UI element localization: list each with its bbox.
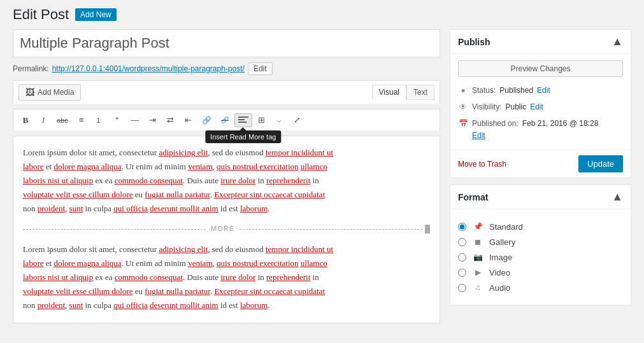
publish-metabox-header[interactable]: Publish ▲: [450, 30, 631, 54]
format-option-video: ▶ Video: [458, 265, 623, 280]
visibility-label: Visibility:: [472, 102, 501, 111]
post-title-input[interactable]: [13, 29, 440, 57]
media-toolbar: 🖼 Add Media Visual Text: [13, 80, 440, 104]
standard-icon: 📌: [471, 221, 484, 232]
unordered-list-button[interactable]: ≡: [73, 113, 90, 127]
calendar-icon: 📅: [458, 118, 468, 129]
format-metabox: Format ▲ 📌 Standard: [450, 185, 631, 305]
read-more-divider: MORE: [23, 223, 430, 235]
sidebar: Publish ▲ Preview Changes ● Status: Publ…: [450, 29, 631, 323]
status-icon: ●: [458, 85, 468, 95]
published-value: Feb 21, 2016 @ 18:28: [522, 119, 599, 128]
format-option-gallery: ◼ Gallery: [458, 234, 623, 249]
publish-metabox-body: Preview Changes ● Status: Published Edit…: [450, 54, 631, 146]
editor-area: Permalink: http://127.0.0.1:4001/wordpre…: [13, 29, 440, 323]
page-title: Edit Post: [13, 6, 69, 23]
publish-metabox-title: Publish: [458, 37, 490, 47]
permalink-url[interactable]: http://127.0.0.1:4001/wordpress/multiple…: [52, 64, 245, 73]
format-video-radio[interactable]: [458, 269, 466, 277]
format-toolbar: B I abc ≡ 1. “ — ⇥ ⇄ ⇤ 🔗 🔗: [13, 109, 440, 130]
format-audio-label[interactable]: ♫ Audio: [458, 283, 510, 293]
update-button[interactable]: Update: [578, 155, 623, 172]
editor-content[interactable]: Lorem ipsum dolor sit amet, consectetur …: [13, 136, 440, 323]
format-video-text: Video: [489, 268, 510, 277]
format-standard-label[interactable]: 📌 Standard: [458, 221, 523, 232]
read-more-label: MORE: [206, 223, 240, 235]
align-left-button[interactable]: ⇥: [145, 113, 161, 127]
table-button[interactable]: ⊞: [254, 113, 270, 127]
visual-tab[interactable]: Visual: [372, 85, 406, 100]
read-more-end-marker: [425, 225, 430, 234]
published-label: Published on:: [472, 119, 519, 128]
status-edit-link[interactable]: Edit: [537, 86, 550, 95]
status-row: ● Status: Published Edit: [458, 82, 623, 99]
published-on-row: 📅 Published on: Feb 21, 2016 @ 18:28: [458, 115, 623, 132]
permalink-bar: Permalink: http://127.0.0.1:4001/wordpre…: [13, 62, 440, 75]
visibility-icon: 👁: [458, 102, 468, 112]
permalink-edit-button[interactable]: Edit: [248, 62, 273, 75]
add-media-icon: 🖼: [25, 87, 34, 97]
unlink-button[interactable]: 🔗: [217, 114, 233, 126]
format-gallery-radio[interactable]: [458, 238, 466, 246]
svg-rect-2: [238, 122, 247, 123]
published-edit-link[interactable]: Edit: [472, 131, 485, 140]
format-gallery-label[interactable]: ◼ Gallery: [458, 237, 515, 247]
format-gallery-text: Gallery: [489, 237, 515, 247]
text-tab[interactable]: Text: [406, 85, 434, 100]
format-video-label[interactable]: ▶ Video: [458, 267, 510, 277]
view-tabs: Visual Text: [372, 85, 434, 100]
add-media-button[interactable]: 🖼 Add Media: [18, 84, 81, 101]
status-label: Status:: [472, 86, 496, 95]
read-more-btn-wrap: Insert Read More tag: [234, 113, 252, 127]
link-button[interactable]: 🔗: [198, 113, 215, 127]
move-to-trash-link[interactable]: Move to Trash: [458, 160, 506, 169]
format-option-standard: 📌 Standard: [458, 219, 623, 234]
read-more-tooltip: Insert Read More tag: [205, 130, 281, 143]
align-center-button[interactable]: ⇄: [162, 113, 179, 127]
blockquote-button[interactable]: “: [109, 112, 125, 128]
format-image-text: Image: [489, 253, 512, 262]
content-paragraph-2: Lorem ipsum dolor sit amet, consectetur …: [23, 242, 430, 312]
format-standard-text: Standard: [489, 222, 523, 232]
format-metabox-toggle[interactable]: ▲: [612, 190, 623, 204]
publish-metabox: Publish ▲ Preview Changes ● Status: Publ…: [450, 29, 631, 178]
status-value: Published: [499, 86, 533, 95]
bold-button[interactable]: B: [17, 113, 34, 128]
read-more-line-right: [240, 229, 422, 230]
format-audio-text: Audio: [489, 283, 510, 293]
svg-rect-1: [238, 119, 245, 120]
italic-button[interactable]: I: [35, 113, 52, 128]
format-image-radio[interactable]: [458, 253, 466, 262]
publish-actions: Move to Trash Update: [450, 150, 631, 178]
audio-icon: ♫: [471, 283, 484, 293]
format-option-image: 📷 Image: [458, 249, 623, 265]
ordered-list-button[interactable]: 1.: [91, 114, 108, 127]
format-audio-radio[interactable]: [458, 284, 466, 292]
visibility-value: Public: [505, 102, 526, 111]
fullscreen-button[interactable]: ⤢: [289, 113, 306, 127]
format-list: 📌 Standard ◼ Gallery: [458, 216, 623, 298]
visibility-edit-link[interactable]: Edit: [530, 102, 543, 111]
add-new-button[interactable]: Add New: [75, 8, 117, 21]
format-standard-radio[interactable]: [458, 223, 466, 231]
horizontal-rule-button[interactable]: —: [127, 113, 143, 127]
format-image-label[interactable]: 📷 Image: [458, 252, 512, 262]
format-option-audio: ♫ Audio: [458, 280, 623, 295]
publish-metabox-toggle[interactable]: ▲: [612, 35, 623, 48]
format-metabox-header[interactable]: Format ▲: [450, 185, 631, 209]
format-metabox-body: 📌 Standard ◼ Gallery: [450, 209, 631, 305]
format-metabox-title: Format: [458, 192, 488, 202]
image-icon: 📷: [471, 252, 484, 262]
content-paragraph-1: Lorem ipsum dolor sit amet, consectetur …: [23, 146, 430, 216]
align-right-button[interactable]: ⇤: [180, 113, 197, 127]
read-more-line-left: [23, 229, 206, 230]
permalink-label: Permalink:: [13, 64, 49, 73]
video-icon: ▶: [471, 267, 484, 277]
visibility-row: 👁 Visibility: Public Edit: [458, 99, 623, 115]
svg-rect-0: [238, 116, 248, 118]
gallery-icon: ◼: [471, 237, 484, 247]
strikethrough-button[interactable]: abc: [53, 114, 72, 127]
toolbar-toggle-button[interactable]: ⌵: [271, 113, 288, 127]
preview-changes-button[interactable]: Preview Changes: [458, 60, 623, 77]
read-more-icon: [238, 116, 248, 125]
